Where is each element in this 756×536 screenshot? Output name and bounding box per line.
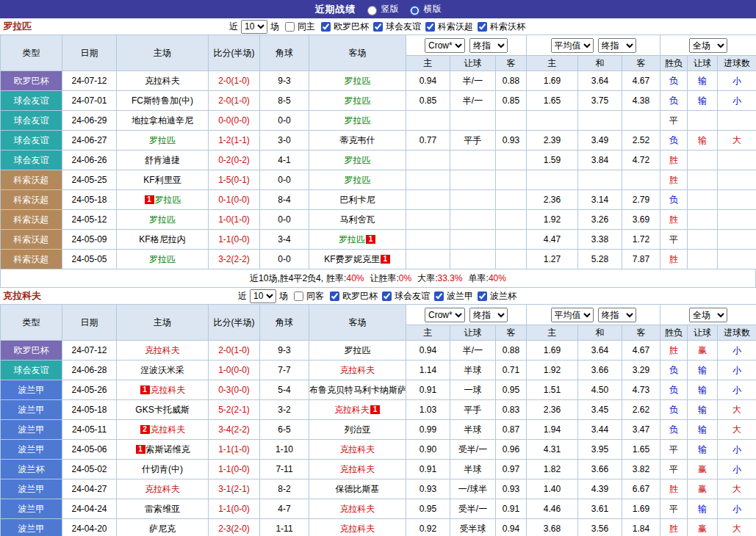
- home-team[interactable]: 克拉科夫: [117, 71, 209, 91]
- avg-source-cell: 平均值终指: [527, 35, 660, 56]
- same-venue-filter[interactable]: 同客: [291, 289, 324, 303]
- league-filter[interactable]: 科索沃超: [422, 20, 473, 34]
- league-checkbox[interactable]: [373, 22, 383, 32]
- team-link: 舒肯迪捷: [145, 155, 180, 165]
- league-filter[interactable]: 欧罗巴杯: [318, 20, 369, 34]
- away-team[interactable]: 罗拉匹: [309, 341, 406, 361]
- away-team[interactable]: 克拉科夫: [309, 460, 406, 479]
- away-team[interactable]: 保德比斯基: [309, 479, 406, 499]
- avg-home: 2.39: [527, 131, 578, 151]
- avg-final-select[interactable]: 终指: [598, 308, 636, 322]
- away-team[interactable]: 克拉科夫: [309, 499, 406, 519]
- away-team[interactable]: 巴利卡尼: [309, 190, 406, 210]
- match-date: 24-05-18: [62, 190, 117, 210]
- odds-final-select[interactable]: 终指: [469, 38, 508, 53]
- stat-label: 单率:: [469, 273, 489, 283]
- home-team[interactable]: 地拉拿柏迪辛尼: [117, 111, 209, 131]
- home-team[interactable]: 罗拉匹: [117, 250, 209, 269]
- league-filter[interactable]: 球会友谊: [370, 20, 421, 34]
- match-date: 24-04-27: [62, 479, 117, 499]
- away-team[interactable]: 克拉科夫: [309, 361, 406, 380]
- handicap-result: 输: [688, 380, 718, 400]
- home-team[interactable]: 2克拉科夫: [117, 420, 209, 440]
- away-team[interactable]: 蒂克韦什: [309, 131, 406, 151]
- away-team[interactable]: KF费罗妮克里1: [309, 250, 406, 269]
- match-date: 24-07-12: [62, 71, 117, 91]
- league-filter[interactable]: 波兰甲: [431, 289, 473, 303]
- scope-select[interactable]: 全场: [689, 38, 727, 53]
- home-team[interactable]: 罗拉匹: [117, 131, 209, 151]
- away-team[interactable]: 布鲁克贝特马利卡纳斯萨: [309, 380, 406, 400]
- home-team[interactable]: FC斯特鲁加(中): [117, 91, 209, 111]
- away-team[interactable]: 克拉科夫1: [309, 400, 406, 420]
- match-count-select[interactable]: 10: [241, 20, 267, 34]
- home-team[interactable]: 舒肯迪捷: [117, 151, 209, 170]
- avg-away: 4.67: [622, 71, 660, 91]
- league-filter[interactable]: 波兰杯: [475, 289, 516, 303]
- league-filter[interactable]: 科索沃杯: [475, 20, 525, 34]
- red-card-badge: 1: [370, 405, 380, 414]
- away-team[interactable]: 罗拉匹: [309, 111, 406, 131]
- avg-draw: 4.39: [578, 479, 622, 499]
- home-team[interactable]: 1罗拉匹: [117, 190, 209, 210]
- odds-source-select[interactable]: Crow*: [425, 308, 465, 322]
- score: 1-2(1-1): [209, 131, 260, 151]
- home-team[interactable]: 什切青(中): [117, 460, 209, 479]
- avg-final-select[interactable]: 终指: [598, 38, 636, 53]
- away-team[interactable]: 罗拉匹: [309, 71, 406, 91]
- layout-radio-horizontal[interactable]: 横版: [406, 3, 442, 15]
- league-checkbox[interactable]: [478, 291, 487, 301]
- avg-select[interactable]: 平均值: [551, 38, 594, 53]
- scope-select[interactable]: 全场: [689, 308, 727, 322]
- away-team[interactable]: 克拉科夫: [309, 440, 406, 460]
- home-team[interactable]: 罗拉匹: [117, 210, 209, 230]
- home-team[interactable]: 1索斯诺维克: [117, 440, 209, 460]
- horizontal-radio[interactable]: [410, 6, 420, 15]
- same-venue-checkbox[interactable]: [285, 22, 295, 32]
- corners: 8-2: [260, 479, 309, 499]
- avg-select[interactable]: 平均值: [551, 308, 594, 322]
- home-team[interactable]: 克拉科夫: [117, 341, 209, 361]
- handicap-result: [688, 210, 718, 230]
- home-team[interactable]: 萨尼克: [117, 519, 209, 536]
- away-team[interactable]: 克拉科夫: [309, 519, 406, 536]
- league-filter[interactable]: 球会友谊: [379, 289, 430, 303]
- home-team[interactable]: KF利里亚: [117, 170, 209, 190]
- layout-radio-vertical[interactable]: 竖版: [364, 3, 399, 15]
- vertical-radio[interactable]: [367, 6, 377, 15]
- home-team[interactable]: GKS卡托威斯: [117, 400, 209, 420]
- away-team[interactable]: 罗拉匹: [309, 170, 406, 190]
- league-checkbox[interactable]: [382, 291, 392, 301]
- match-date: 24-05-11: [62, 420, 117, 440]
- away-team[interactable]: 罗拉匹1: [309, 230, 406, 250]
- odds-source-select[interactable]: Crow*: [425, 38, 465, 53]
- home-team[interactable]: 克拉科夫: [117, 479, 209, 499]
- league-filter[interactable]: 欧罗巴杯: [327, 289, 378, 303]
- result: 负: [660, 131, 688, 151]
- team-link: 克拉科夫: [151, 385, 186, 395]
- league-checkbox[interactable]: [478, 22, 487, 32]
- away-team[interactable]: 罗拉匹: [309, 91, 406, 111]
- same-venue-checkbox[interactable]: [294, 291, 303, 301]
- home-team[interactable]: 涅波沃米采: [117, 361, 209, 380]
- league-checkbox[interactable]: [425, 22, 435, 32]
- goals-result: 大: [718, 420, 756, 440]
- odds-final-select[interactable]: 终指: [469, 308, 508, 322]
- match-count-select[interactable]: 10: [250, 289, 276, 303]
- home-team[interactable]: 1克拉科夫: [117, 380, 209, 400]
- avg-draw: 3.56: [578, 519, 622, 536]
- home-team[interactable]: KF格尼拉内: [117, 230, 209, 250]
- league-checkbox[interactable]: [434, 291, 444, 301]
- away-team[interactable]: 罗拉匹: [309, 151, 406, 170]
- goals-result: 大: [718, 400, 756, 420]
- result: 负: [660, 361, 688, 380]
- away-team[interactable]: 列治亚: [309, 420, 406, 440]
- home-team[interactable]: 雷索维亚: [117, 499, 209, 519]
- league-badge: 欧罗巴杯: [1, 71, 62, 91]
- league-checkbox[interactable]: [321, 22, 331, 32]
- same-venue-filter[interactable]: 同主: [282, 20, 315, 34]
- league-checkbox[interactable]: [330, 291, 339, 301]
- away-team[interactable]: 马利舍瓦: [309, 210, 406, 230]
- team-link: 克拉科夫: [145, 76, 180, 86]
- result: 负: [660, 190, 688, 210]
